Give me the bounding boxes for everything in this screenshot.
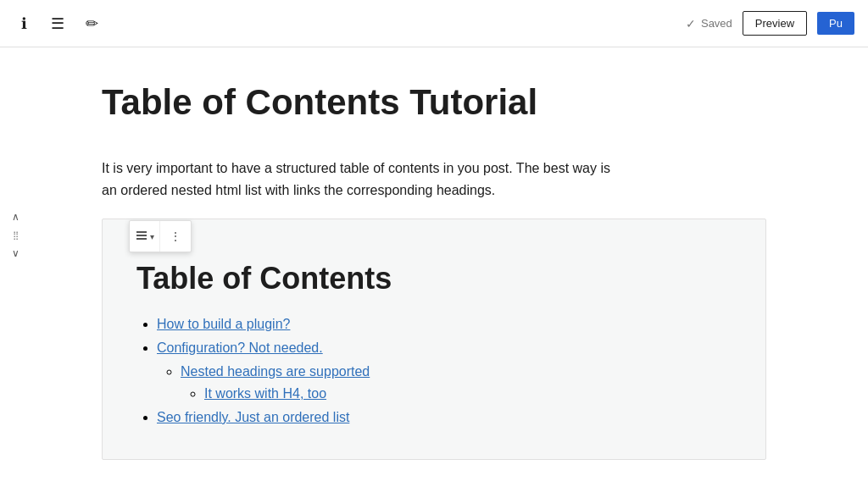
svg-rect-1 — [136, 235, 147, 236]
toc-list: How to build a plugin? Configuration? No… — [136, 317, 732, 425]
toc-subitem-1: Nested headings are supported It works w… — [181, 364, 732, 401]
toc-subsublist-1: It works with H4, too — [181, 386, 732, 401]
toc-subsubitem-1: It works with H4, too — [204, 386, 732, 401]
svg-rect-0 — [136, 231, 147, 233]
info-icon[interactable]: ℹ — [14, 14, 34, 34]
toc-item-3: Seo friendly. Just an ordered list — [157, 410, 732, 425]
toc-link-2[interactable]: Configuration? Not needed. — [157, 340, 323, 355]
saved-label: Saved — [701, 17, 732, 30]
content-area: Table of Contents Tutorial It is very im… — [0, 47, 868, 498]
block-list-button[interactable]: ▾ — [130, 221, 160, 252]
toc-heading: Table of Contents — [136, 261, 732, 296]
more-icon: ⋮ — [170, 230, 181, 243]
toc-link-1[interactable]: How to build a plugin? — [157, 317, 290, 331]
toc-subsublink-1[interactable]: It works with H4, too — [204, 386, 326, 401]
toc-sublist-1: Nested headings are supported It works w… — [157, 364, 732, 401]
edit-icon[interactable]: ✏ — [81, 14, 102, 34]
preview-button[interactable]: Preview — [743, 11, 807, 36]
chevron-down-icon: ▾ — [150, 232, 154, 241]
block-toolbar: ▾ ⋮ — [129, 220, 192, 252]
move-up-button[interactable]: ∧ — [5, 207, 25, 227]
post-title[interactable]: Table of Contents Tutorial — [102, 81, 766, 124]
move-down-button[interactable]: ∨ — [5, 243, 25, 263]
block-list-icon — [135, 229, 148, 245]
toc-item-1: How to build a plugin? — [157, 317, 732, 332]
toc-sublink-1[interactable]: Nested headings are supported — [181, 364, 370, 379]
post-body: It is very important to have a structure… — [102, 158, 766, 201]
drag-handle-icon[interactable]: ⣿ — [13, 230, 18, 240]
publish-button[interactable]: Pu — [817, 12, 854, 35]
post-body-line1: It is very important to have a structure… — [102, 161, 610, 175]
block-controls: ∧ ⣿ ∨ — [0, 203, 31, 267]
editor-area: ∧ ⣿ ∨ Table of Contents Tutorial It is v… — [0, 47, 868, 498]
toc-item-2: Configuration? Not needed. Nested headin… — [157, 340, 732, 401]
list-icon[interactable]: ☰ — [47, 14, 68, 34]
check-icon: ✓ — [686, 17, 696, 30]
svg-rect-2 — [136, 238, 147, 240]
toolbar-left: ℹ ☰ ✏ — [14, 14, 102, 34]
toc-link-3[interactable]: Seo friendly. Just an ordered list — [157, 410, 349, 424]
post-body-line2: an ordered nested html list with links t… — [102, 183, 495, 197]
block-more-button[interactable]: ⋮ — [160, 221, 191, 252]
toc-block: Table of Contents How to build a plugin?… — [102, 219, 766, 460]
toolbar-right: ✓ Saved Preview Pu — [686, 11, 854, 36]
saved-status: ✓ Saved — [686, 17, 732, 30]
main-toolbar: ℹ ☰ ✏ ✓ Saved Preview Pu — [0, 0, 868, 47]
